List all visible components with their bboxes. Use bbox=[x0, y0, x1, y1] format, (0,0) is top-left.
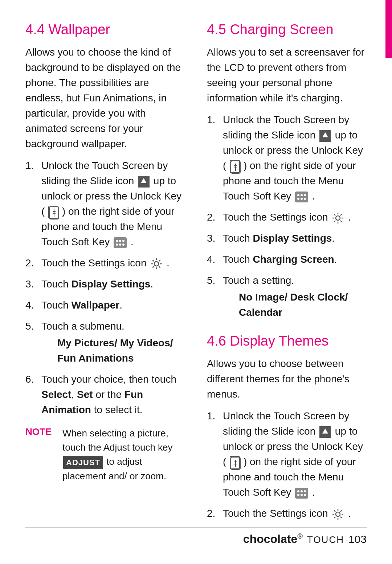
step-content: Unlock the Touch Screen by sliding the S… bbox=[223, 408, 367, 500]
section-title-wallpaper: 4.4 Wallpaper bbox=[25, 22, 185, 37]
svg-point-29 bbox=[297, 194, 299, 196]
brand-name: chocolate® bbox=[243, 532, 303, 546]
svg-line-19 bbox=[159, 266, 160, 268]
divider-line bbox=[25, 527, 367, 528]
svg-line-20 bbox=[159, 260, 160, 261]
step-num: 3. bbox=[25, 277, 38, 292]
step-content: Touch Display Settings. bbox=[223, 231, 367, 246]
svg-line-65 bbox=[334, 517, 336, 518]
note-block: NOTE When selecting a picture, touch the… bbox=[25, 426, 185, 483]
list-item: 1. Unlock the Touch Screen by sliding th… bbox=[207, 112, 367, 204]
svg-point-52 bbox=[301, 490, 303, 492]
list-item: 4. Touch Charging Screen. bbox=[207, 252, 367, 267]
slide-icon bbox=[138, 176, 150, 188]
svg-point-57 bbox=[336, 512, 340, 516]
section-title-charging: 4.5 Charging Screen bbox=[207, 22, 367, 37]
brand-chocolate: chocolate bbox=[243, 532, 297, 545]
svg-line-42 bbox=[340, 214, 342, 215]
step-num: 5. bbox=[25, 319, 38, 366]
step-content: Touch Charging Screen. bbox=[223, 252, 367, 267]
step-num: 2. bbox=[25, 255, 38, 271]
svg-line-63 bbox=[340, 517, 342, 518]
step-content: Touch the Settings icon bbox=[41, 255, 185, 271]
key-icon bbox=[48, 206, 58, 219]
svg-point-11 bbox=[119, 243, 121, 246]
bold-text: Select bbox=[41, 389, 72, 400]
bold-text: Display Settings bbox=[253, 233, 332, 244]
svg-point-55 bbox=[301, 494, 303, 496]
step-num: 2. bbox=[207, 210, 220, 225]
wallpaper-steps: 1. Unlock the Touch Screen by sliding th… bbox=[25, 158, 185, 418]
svg-line-18 bbox=[153, 260, 154, 261]
page-number: 103 bbox=[348, 533, 367, 545]
note-text: When selecting a picture, touch the Adju… bbox=[62, 426, 185, 483]
menu-icon bbox=[114, 237, 127, 248]
svg-point-31 bbox=[304, 194, 306, 196]
svg-rect-6 bbox=[114, 237, 127, 248]
step-content: Touch the Settings icon bbox=[223, 210, 367, 225]
step-num: 4. bbox=[25, 298, 38, 313]
list-item: 6. Touch your choice, then touch Select,… bbox=[25, 372, 185, 418]
step-content: Touch your choice, then touch Select, Se… bbox=[41, 372, 185, 418]
bold-text: Charging Screen bbox=[253, 254, 334, 265]
step-num: 1. bbox=[25, 158, 38, 250]
svg-line-64 bbox=[340, 510, 342, 512]
gear-icon bbox=[332, 508, 344, 520]
section-title-themes: 4.6 Display Themes bbox=[207, 333, 367, 349]
bold-text: Set bbox=[77, 389, 93, 400]
svg-line-43 bbox=[334, 221, 336, 222]
list-item: 3. Touch Display Settings. bbox=[207, 231, 367, 246]
list-item: 5. Touch a setting. No Image/ Desk Clock… bbox=[207, 273, 367, 320]
svg-point-34 bbox=[304, 198, 306, 200]
svg-rect-28 bbox=[295, 192, 308, 202]
step-num: 1. bbox=[207, 408, 220, 500]
columns: 4.4 Wallpaper Allows you to choose the k… bbox=[25, 22, 367, 527]
list-item: 1. Unlock the Touch Screen by sliding th… bbox=[25, 158, 185, 250]
adjust-button: ADJUST bbox=[63, 456, 103, 469]
step-num: 2. bbox=[207, 506, 220, 521]
list-item: 2. Touch the Settings icon bbox=[207, 506, 367, 521]
step-num: 1. bbox=[207, 112, 220, 204]
step-num: 4. bbox=[207, 252, 220, 267]
svg-line-62 bbox=[334, 510, 336, 512]
note-label: NOTE bbox=[25, 426, 58, 483]
svg-point-8 bbox=[119, 240, 121, 242]
charging-steps: 1. Unlock the Touch Screen by sliding th… bbox=[207, 112, 367, 320]
svg-rect-50 bbox=[295, 488, 308, 499]
svg-point-56 bbox=[304, 494, 306, 496]
slide-icon bbox=[319, 130, 331, 142]
list-item: 1. Unlock the Touch Screen by sliding th… bbox=[207, 408, 367, 500]
svg-line-21 bbox=[153, 266, 154, 268]
step-content: Touch Wallpaper. bbox=[41, 298, 185, 313]
key-icon bbox=[230, 160, 240, 173]
step-content: Unlock the Touch Screen by sliding the S… bbox=[41, 158, 185, 250]
step-content: Touch the Settings icon bbox=[223, 506, 367, 521]
list-item: 2. Touch the Settings icon bbox=[25, 255, 185, 271]
step-content: Touch a setting. No Image/ Desk Clock/ C… bbox=[223, 273, 367, 320]
svg-point-10 bbox=[116, 243, 118, 246]
menu-icon bbox=[295, 488, 308, 499]
svg-line-41 bbox=[340, 221, 342, 222]
footer-touch: TOUCH bbox=[307, 534, 344, 545]
gear-icon bbox=[332, 212, 344, 224]
svg-point-35 bbox=[336, 216, 340, 220]
step-num: 5. bbox=[207, 273, 220, 320]
step-content: Touch Display Settings. bbox=[41, 277, 185, 292]
step-content: Unlock the Touch Screen by sliding the S… bbox=[223, 112, 367, 204]
slide-icon bbox=[319, 426, 331, 438]
footer: chocolate® TOUCH 103 bbox=[243, 532, 367, 546]
menu-icon bbox=[295, 192, 308, 202]
list-item: 5. Touch a submenu. My Pictures/ My Vide… bbox=[25, 319, 185, 366]
sub-content: No Image/ Desk Clock/ Calendar bbox=[239, 290, 367, 320]
col-right: 4.5 Charging Screen Allows you to set a … bbox=[207, 22, 367, 527]
themes-intro: Allows you to choose between different t… bbox=[207, 356, 367, 402]
svg-point-51 bbox=[297, 490, 299, 492]
svg-point-7 bbox=[116, 240, 118, 242]
bold-text: Wallpaper bbox=[72, 299, 120, 311]
list-item: 3. Touch Display Settings. bbox=[25, 277, 185, 292]
accent-bar bbox=[385, 0, 392, 58]
svg-point-32 bbox=[297, 198, 299, 200]
list-item: 4. Touch Wallpaper. bbox=[25, 298, 185, 313]
list-item: 2. Touch the Settings icon bbox=[207, 210, 367, 225]
step-num: 3. bbox=[207, 231, 220, 246]
